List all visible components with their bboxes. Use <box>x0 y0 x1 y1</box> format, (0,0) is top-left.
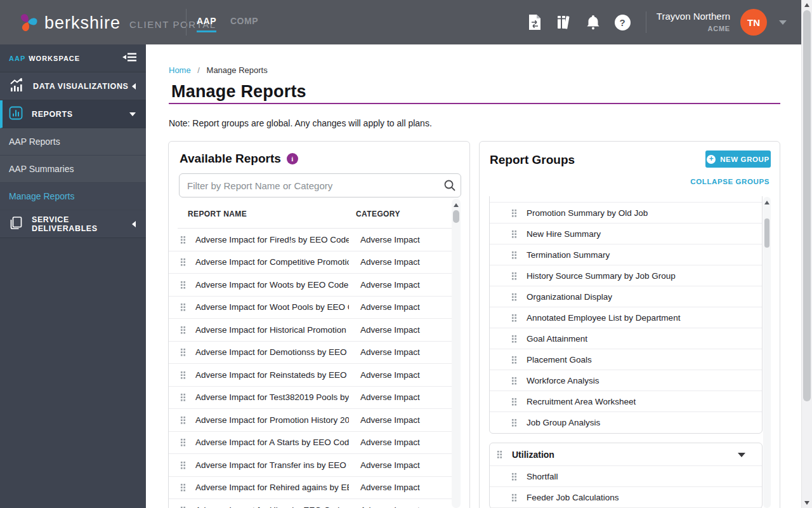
sidebar-item-label: SERVICE DELIVERABLES <box>32 215 132 233</box>
sidebar-item-aap-reports[interactable]: AAP Reports <box>0 128 146 156</box>
drag-handle-icon[interactable] <box>511 293 517 301</box>
drag-handle-icon[interactable] <box>180 393 186 401</box>
tab-comp[interactable]: COMP <box>230 16 258 30</box>
search-icon[interactable] <box>439 179 461 192</box>
drag-handle-icon[interactable] <box>511 377 517 385</box>
drag-handle-icon[interactable] <box>180 483 186 491</box>
user-name: Trayvon Northern <box>591 11 730 22</box>
drag-handle-icon[interactable] <box>511 493 517 502</box>
drag-handle-icon[interactable] <box>180 461 186 469</box>
group-report-item[interactable]: Goal Attainment <box>490 328 762 349</box>
breadcrumb: Home / Manage Reports <box>169 65 268 75</box>
report-group-card-utilization: Utilization Shortfall Feeder Job Calcula… <box>489 443 763 508</box>
scroll-up-arrow-icon[interactable] <box>804 3 809 7</box>
table-row[interactable]: Adverse Impact for Woot Pools by EEO Cod… <box>169 297 461 319</box>
collapse-sidebar-icon[interactable] <box>122 52 137 65</box>
sidebar-item-label: DATA VISUALIZATIONS <box>33 82 129 91</box>
chevron-down-icon <box>129 112 136 116</box>
group-header[interactable]: Utilization <box>490 443 762 466</box>
table-row[interactable]: Adverse Impact for Woots by EEO CodeAdve… <box>169 274 461 297</box>
drag-handle-icon[interactable] <box>511 335 517 343</box>
table-row[interactable]: Adverse Impact for Historical Promotion … <box>169 319 461 342</box>
info-icon[interactable]: i <box>287 153 298 164</box>
group-report-item[interactable]: Annotated Employee List by Department <box>490 307 762 328</box>
group-report-item[interactable]: Organizational Display <box>490 286 762 307</box>
group-report-item[interactable]: Feeder Job Calculations <box>490 487 762 508</box>
scroll-down-arrow-icon[interactable] <box>804 501 809 505</box>
group-report-item[interactable]: Promotion Summary by Old Job <box>490 203 762 224</box>
available-reports-scrollbar[interactable] <box>452 199 461 508</box>
chevron-left-icon <box>132 83 136 90</box>
group-report-item[interactable]: Shortfall <box>490 466 762 487</box>
available-reports-table: Adverse Impact for Fired!s by EEO CodeAd… <box>169 229 461 508</box>
table-row[interactable]: Adverse Impact for Rehired agains by EEO… <box>169 477 461 500</box>
page-scrollbar[interactable] <box>801 0 812 508</box>
sidebar-item-service-deliverables[interactable]: SERVICE DELIVERABLES <box>0 210 146 238</box>
scroll-up-arrow-icon[interactable] <box>764 201 769 204</box>
collapse-groups-link[interactable]: COLLAPSE GROUPS <box>690 178 769 185</box>
new-group-button[interactable]: + NEW GROUP <box>705 150 771 168</box>
group-report-item[interactable]: Job Group Analysis <box>490 412 762 433</box>
available-reports-title: Available Reports i <box>180 152 298 166</box>
group-report-item[interactable]: Recruitment Area Worksheet <box>490 391 762 412</box>
collapse-group-caret-icon[interactable] <box>738 453 745 457</box>
drag-handle-icon[interactable] <box>180 258 186 266</box>
sidebar-item-label: REPORTS <box>32 110 73 119</box>
drag-handle-icon[interactable] <box>180 416 186 424</box>
sidebar-item-reports[interactable]: REPORTS <box>0 100 146 128</box>
available-reports-title-text: Available Reports <box>180 152 281 166</box>
drag-handle-icon[interactable] <box>180 348 186 356</box>
scrollbar-thumb[interactable] <box>453 210 459 223</box>
scrollbar-thumb[interactable] <box>764 218 769 248</box>
drag-handle-icon[interactable] <box>511 272 517 280</box>
filter-box <box>179 173 461 197</box>
group-report-item[interactable]: Workforce Analysis <box>490 370 762 391</box>
table-row[interactable]: Adverse Impact for Reinstateds by EEO Co… <box>169 364 461 387</box>
library-icon[interactable] <box>556 14 572 30</box>
drag-handle-icon[interactable] <box>180 438 186 446</box>
sidebar-item-aap-summaries[interactable]: AAP Summaries <box>0 156 146 183</box>
group-report-item[interactable]: New Hire Summary <box>490 224 762 244</box>
drag-handle-icon[interactable] <box>497 450 502 458</box>
table-row[interactable]: Adverse Impact for Promotion History 201… <box>169 409 461 432</box>
drag-handle-icon[interactable] <box>511 230 517 238</box>
brand-name: berkshire <box>44 13 121 33</box>
column-header-category: CATEGORY <box>356 210 400 218</box>
drag-handle-icon[interactable] <box>511 418 517 427</box>
drag-handle-icon[interactable] <box>511 251 517 259</box>
table-row[interactable]: Adverse Impact for Test382019 Pools by E… <box>169 387 461 410</box>
drag-handle-icon[interactable] <box>511 356 517 364</box>
scrollbar-thumb[interactable] <box>803 10 811 401</box>
table-row[interactable]: Adverse Impact for Hires by EEO CodeAdve… <box>169 499 461 508</box>
table-row[interactable]: Adverse Impact for Transfer ins by EEO C… <box>169 454 461 477</box>
tab-aap[interactable]: AAP <box>197 16 216 32</box>
avatar[interactable]: TN <box>740 9 767 36</box>
available-reports-panel: Available Reports i REPORT NAME CATEGORY… <box>168 141 470 508</box>
drag-handle-icon[interactable] <box>511 398 517 406</box>
column-header-report-name: REPORT NAME <box>188 210 247 218</box>
sidebar-item-data-visualizations[interactable]: DATA VISUALIZATIONS <box>0 72 146 100</box>
document-transfer-icon[interactable] <box>527 14 543 30</box>
drag-handle-icon[interactable] <box>180 371 186 379</box>
drag-handle-icon[interactable] <box>511 209 517 217</box>
group-report-item[interactable]: Termination Summary <box>490 244 762 265</box>
app-window: berkshire CLIENT PORTAL AAP COMP <box>0 0 812 508</box>
table-row[interactable]: Adverse Impact for A Starts by EEO CodeA… <box>169 432 461 455</box>
group-report-item[interactable]: Placement Goals <box>490 349 762 370</box>
table-row[interactable]: Adverse Impact for Fired!s by EEO CodeAd… <box>169 229 461 251</box>
drag-handle-icon[interactable] <box>180 281 186 289</box>
drag-handle-icon[interactable] <box>180 236 186 244</box>
drag-handle-icon[interactable] <box>180 326 186 334</box>
breadcrumb-home-link[interactable]: Home <box>169 65 191 75</box>
drag-handle-icon[interactable] <box>511 472 517 481</box>
sidebar-item-manage-reports[interactable]: Manage Reports <box>0 183 146 210</box>
scroll-up-arrow-icon[interactable] <box>454 203 459 207</box>
table-row[interactable]: Adverse Impact for Demotionss by EEO Cod… <box>169 342 461 364</box>
report-groups-scrollbar[interactable] <box>763 197 771 508</box>
user-menu-caret-icon[interactable] <box>779 20 787 25</box>
group-report-item[interactable]: History Source Summary by Job Group <box>490 265 762 286</box>
drag-handle-icon[interactable] <box>511 314 517 322</box>
filter-input[interactable] <box>180 174 439 197</box>
drag-handle-icon[interactable] <box>180 303 186 311</box>
table-row[interactable]: Adverse Impact for Competitive Promotion… <box>169 251 461 274</box>
